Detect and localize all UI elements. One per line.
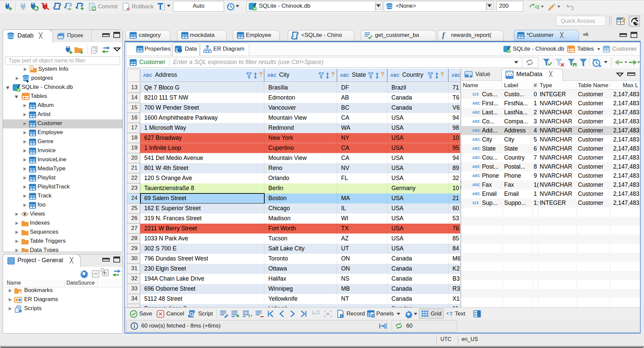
svg-text:T: T (449, 311, 453, 316)
svg-text:(+): (+) (249, 313, 253, 318)
svg-text:i: i (31, 66, 32, 70)
svg-text:i: i (341, 314, 342, 318)
